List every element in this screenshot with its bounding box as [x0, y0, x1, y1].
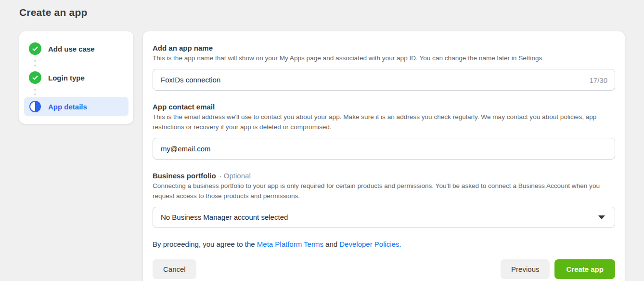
previous-button[interactable]: Previous: [501, 259, 550, 279]
terms-text: By proceeding, you agree to the Meta Pla…: [153, 240, 615, 248]
step-login-type[interactable]: Login type: [24, 68, 129, 87]
check-icon: [29, 42, 41, 55]
contact-email-section: App contact email This is the email addr…: [153, 103, 615, 160]
create-app-button[interactable]: Create app: [554, 259, 615, 279]
step-label: App details: [48, 103, 87, 111]
app-name-description: This is the app name that will show on y…: [153, 54, 615, 63]
step-connector: [34, 60, 129, 67]
caret-down-icon: [598, 215, 605, 219]
business-portfolio-select[interactable]: No Business Manager account selected: [153, 207, 615, 228]
app-name-input[interactable]: [153, 69, 615, 91]
app-name-label: Add an app name: [153, 44, 213, 52]
step-label: Login type: [48, 74, 85, 82]
check-icon: [29, 71, 41, 84]
business-portfolio-selected-value: No Business Manager account selected: [161, 213, 288, 221]
step-connector: [34, 89, 129, 95]
page-title: Create an app: [19, 7, 625, 18]
step-label: Add use case: [48, 45, 95, 53]
app-name-section: Add an app name This is the app name tha…: [153, 44, 615, 91]
app-details-form-card: Add an app name This is the app name tha…: [143, 31, 625, 281]
step-app-details[interactable]: App details: [24, 97, 129, 116]
business-portfolio-section: Business portfolio · Optional Connecting…: [153, 172, 615, 228]
contact-email-input[interactable]: [153, 138, 615, 160]
stepper-card: Add use case Login type App details: [19, 31, 133, 124]
optional-tag: · Optional: [219, 172, 251, 180]
meta-platform-terms-link[interactable]: Meta Platform Terms: [257, 240, 323, 248]
cancel-button[interactable]: Cancel: [153, 259, 196, 279]
contact-email-description: This is the email address we'll use to c…: [153, 112, 615, 132]
business-portfolio-description: Connecting a business portfolio to your …: [153, 181, 615, 201]
terms-conjunction: and: [323, 240, 339, 248]
business-portfolio-label: Business portfolio: [153, 172, 216, 180]
create-app-page: Create an app Add use case Login type: [0, 0, 644, 281]
half-progress-icon: [29, 101, 41, 112]
step-add-use-case[interactable]: Add use case: [24, 39, 129, 58]
contact-email-label: App contact email: [153, 103, 215, 111]
terms-prefix: By proceeding, you agree to the: [153, 240, 257, 248]
developer-policies-link[interactable]: Developer Policies.: [339, 240, 401, 248]
